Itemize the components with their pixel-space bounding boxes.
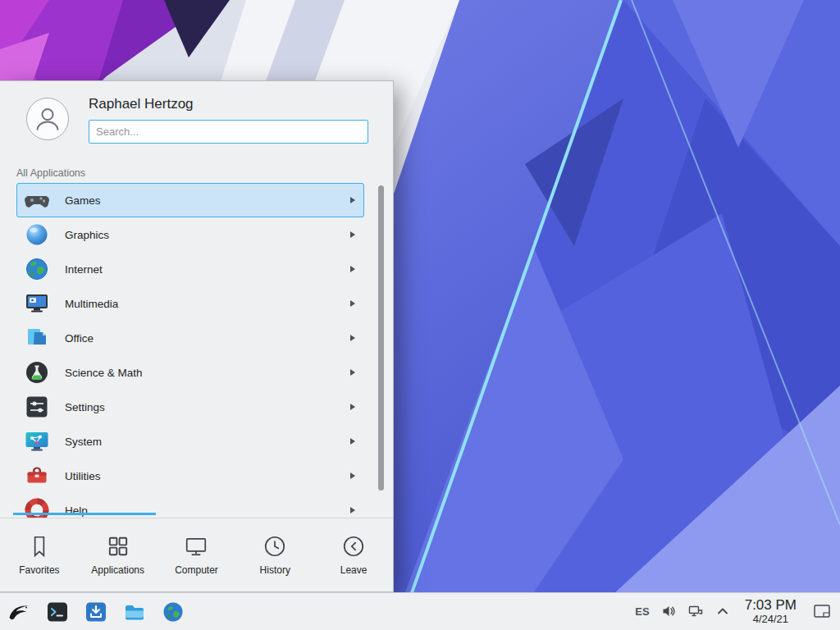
category-label: System [65,436,349,448]
application-launcher-button[interactable] [7,600,31,624]
category-item-games[interactable]: Games [16,183,364,217]
tab-label: Favorites [19,564,59,576]
category-item-settings[interactable]: Settings [16,390,364,424]
application-launcher: Raphael Hertzog All Applications GamesGr… [0,80,394,592]
tab-label: Applications [91,564,144,576]
science-icon [24,359,50,386]
chevron-right-icon [349,334,357,342]
category-list: GamesGraphicsInternetMultimediaOfficeSci… [0,181,393,518]
taskbar-app-software-installer[interactable] [84,600,108,624]
desktop: Raphael Hertzog All Applications GamesGr… [0,0,840,630]
tab-label: Computer [175,564,218,576]
user-icon [31,103,64,135]
category-label: Utilities [65,470,349,482]
show-desktop-button[interactable] [810,598,833,624]
keyboard-layout-indicator[interactable]: ES [635,605,649,618]
category-label: Graphics [65,229,349,241]
leave-icon [341,534,366,559]
chevron-right-icon [349,437,357,445]
category-item-system[interactable]: System [16,424,364,459]
history-clock-icon [262,534,287,559]
taskbar-app-file-manager[interactable] [122,600,147,624]
category-label: Office [65,332,349,345]
tray-expand-icon[interactable] [714,603,731,619]
network-icon[interactable] [687,603,704,619]
category-item-office[interactable]: Office [16,321,364,355]
gamepad-icon [24,187,50,213]
tab-computer[interactable]: Computer [158,518,236,591]
office-icon [24,325,50,351]
computer-icon [184,534,208,559]
category-item-utilities[interactable]: Utilities [16,459,364,493]
clock-date: 4/24/21 [745,614,797,626]
category-item-multimedia[interactable]: Multimedia [16,286,364,321]
search-input[interactable] [89,120,368,144]
utilities-icon [24,463,50,489]
system-tray: ES 7:03 PM 4/24/21 [635,597,833,625]
category-item-graphics[interactable]: Graphics [16,217,364,252]
bookmark-icon [27,534,52,559]
taskbar-apps [7,600,185,624]
category-item-internet[interactable]: Internet [16,252,364,286]
category-item-science-math[interactable]: Science & Math [16,355,364,390]
chevron-right-icon [349,506,357,514]
tab-history[interactable]: History [235,518,314,591]
chevron-right-icon [349,403,357,411]
settings-icon [24,394,50,420]
system-icon [24,428,50,454]
chevron-right-icon [349,299,357,308]
chevron-right-icon [349,196,357,204]
multimedia-icon [24,290,50,317]
tab-leave[interactable]: Leave [314,518,393,591]
category-label: Internet [65,263,349,276]
category-label: Settings [65,401,349,413]
user-avatar[interactable] [26,98,69,140]
tab-label: History [260,564,290,576]
graphics-icon [24,221,50,248]
tab-label: Leave [340,564,368,576]
launcher-tab-bar: FavoritesApplicationsComputerHistoryLeav… [0,518,393,591]
digital-clock[interactable]: 7:03 PM 4/24/21 [745,597,797,625]
chevron-right-icon [349,231,357,239]
category-label: Science & Math [65,367,349,379]
globe-icon [24,256,50,282]
active-tab-indicator [13,513,156,515]
tab-applications[interactable]: Applications [79,518,158,591]
category-label: Multimedia [65,298,349,310]
section-label: All Applications [16,167,85,179]
clock-time: 7:03 PM [745,597,797,614]
taskbar: ES 7:03 PM 4/24/21 [0,592,840,630]
taskbar-app-web-browser[interactable] [161,600,185,624]
volume-icon[interactable] [660,603,677,619]
chevron-right-icon [349,368,357,377]
tab-favorites[interactable]: Favorites [0,518,79,591]
chevron-right-icon [349,472,357,480]
scrollbar-thumb[interactable] [378,185,384,491]
launcher-header: Raphael Hertzog [0,81,393,153]
taskbar-app-terminal[interactable] [45,600,70,624]
apps-grid-icon [106,534,130,559]
category-label: Games [65,194,349,207]
user-name: Raphael Hertzog [89,96,368,112]
chevron-right-icon [349,265,357,273]
